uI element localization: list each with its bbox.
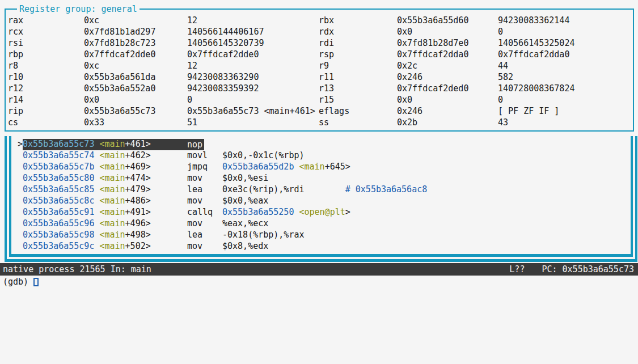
register-hex: 0x55b3a6a561da [84,71,155,83]
operand-segment: <main [299,162,324,172]
register-value: 140566145325024 [498,37,574,49]
instruction-mnemonic: lea [187,184,202,195]
instruction-operands: -0x18(%rbp),%rax [222,229,305,240]
symbol-name: <main [99,207,125,217]
register-name: ss [319,117,329,128]
disassembly-row: >0x55b3a6a55c73<main+461>nop [11,139,151,149]
symbol-name: <main [99,196,125,206]
instruction-symbol: <main+498> [94,230,150,240]
disassembly-row: 0x55b3a6a55c96<main+496>mov%eax,%ecx [11,218,631,229]
register-row: r100x55b3a6a561da94230083363290r110x2465… [6,71,633,83]
register-panel: Register group: general rax0xc12rbx0x55b… [5,9,634,132]
instruction-symbol: <main+486> [94,196,150,206]
status-process-info: native process 21565 In: main [3,264,151,274]
register-hex: 0x2b [397,117,417,128]
register-value: 140566144406167 [187,26,264,37]
status-bar: native process 21565 In: main L?? PC: 0x… [0,263,638,276]
status-right-group: L?? PC: 0x55b3a6a55c73 [509,264,635,274]
gdb-tui-terminal[interactable]: Register group: general rax0xc12rbx0x55b… [0,0,638,364]
register-hex: 0x55b3a6a552a0 [84,83,155,94]
register-name: r10 [8,71,23,83]
register-value: 0 [498,26,503,37]
symbol-name: <main [99,150,125,160]
register-name: rax [8,15,23,26]
register-row: r120x55b3a6a552a094230083359392r130x7ffd… [6,83,633,94]
operand-segment: $0x8,%edx [222,241,268,251]
register-hex: 0x55b3a6a55c73 [84,105,155,117]
register-name: rip [8,105,23,117]
instruction-symbol: <main+474> [94,173,150,183]
disassembly-row: 0x55b3a6a55c85<main+479>lea0xe3c(%rip),%… [11,184,631,195]
operand-segment: $0x0,%eax [222,196,268,206]
operand-segment: 0x55b3a6a55250 [222,207,294,217]
register-hex: 0x7ffdcaf2dda0 [397,49,468,60]
operand-segment: 0xe3c(%rip),%rdi [222,184,305,194]
instruction-operands: 0xe3c(%rip),%rdi # 0x55b3a6a56ac8 [222,184,427,195]
register-value: 582 [498,71,513,83]
register-name: r14 [8,94,23,105]
register-panel-title: Register group: general [17,3,140,15]
register-value: 0x55b3a6a55c73 <main+461> [187,105,315,117]
register-value: 44 [498,60,508,71]
register-table: rax0xc12rbx0x55b3a6a55d6094230083362144r… [6,15,633,128]
instruction-mnemonic: mov [187,240,202,252]
register-value: 94230083362144 [498,15,569,26]
register-name: rbx [319,15,334,26]
operand-segment: %eax,%ecx [222,218,268,228]
gdb-prompt-label: (gdb) [3,276,28,287]
disassembly-row: 0x55b3a6a55c98<main+498>lea-0x18(%rbp),%… [11,229,631,240]
register-name: eflags [319,105,349,117]
operand-segment: 0x55b3a6a55d2b [222,162,294,172]
instruction-address: 0x55b3a6a55c91 [23,207,94,217]
gdb-prompt-line[interactable]: (gdb) [3,276,39,287]
symbol-name: <main [99,184,125,194]
register-value: 140728008367824 [498,83,574,94]
register-value: [ PF ZF IF ] [498,105,559,117]
register-value: 43 [498,117,508,128]
register-value: 0 [498,94,503,105]
instruction-mnemonic: nop [187,139,202,150]
register-name: rsi [8,37,23,49]
symbol-offset: +502> [125,241,151,251]
symbol-name: <main [99,230,125,240]
register-name: rdx [319,26,334,37]
register-hex: 0x7fd81b28d7e0 [397,37,468,49]
instruction-operands: 0x55b3a6a55250 <open@plt> [222,206,350,218]
symbol-offset: +486> [125,196,151,206]
register-hex: 0x7fd81b28c723 [84,37,155,49]
register-value: 0x7ffdcaf2dde0 [187,49,259,60]
symbol-offset: +474> [125,173,151,183]
register-value: 0x7ffdcaf2dda0 [498,49,569,60]
register-hex: 0x7ffdcaf2ded0 [397,83,468,94]
register-value: 0 [187,94,192,105]
symbol-offset: +462> [125,150,151,160]
instruction-operands: $0x0,%eax [222,195,268,206]
symbol-offset: +469> [125,162,151,172]
register-hex: 0x0 [84,94,99,105]
instruction-mnemonic: lea [187,229,202,240]
register-name: r13 [319,83,334,94]
instruction-symbol: <main+496> [94,218,150,228]
instruction-mnemonic: mov [187,172,202,184]
pc-marker: > [11,138,23,150]
register-row: rcx0x7fd81b1ad297140566144406167rdx0x00 [6,26,633,37]
instruction-symbol: <main+479> [94,184,150,194]
instruction-address: 0x55b3a6a55c98 [23,230,94,240]
instruction-address: 0x55b3a6a55c73 [23,139,94,149]
register-value: 140566145320739 [187,37,264,49]
register-row: rip0x55b3a6a55c730x55b3a6a55c73 <main+46… [6,105,633,117]
instruction-mnemonic: jmpq [187,161,208,172]
register-row: rbp0x7ffdcaf2dde00x7ffdcaf2dde0rsp0x7ffd… [6,49,633,60]
instruction-symbol: <main+502> [94,241,150,251]
disassembly-panel: >0x55b3a6a55c73<main+461>nop0x55b3a6a55c… [5,136,637,262]
instruction-operands: $0x0,%esi [222,172,268,184]
instruction-address: 0x55b3a6a55c96 [23,218,94,228]
register-hex: 0x246 [397,105,422,117]
disassembly-row: 0x55b3a6a55c9c<main+502>mov$0x8,%edx [11,240,631,252]
operand-segment: $0x0,%esi [222,173,268,183]
register-name: rbp [8,49,23,60]
disassembly-row: 0x55b3a6a55c8c<main+486>mov$0x0,%eax [11,195,631,206]
instruction-address: 0x55b3a6a55c8c [23,196,94,206]
symbol-name: <main [99,173,125,183]
register-row: r140x00r150x00 [6,94,633,105]
